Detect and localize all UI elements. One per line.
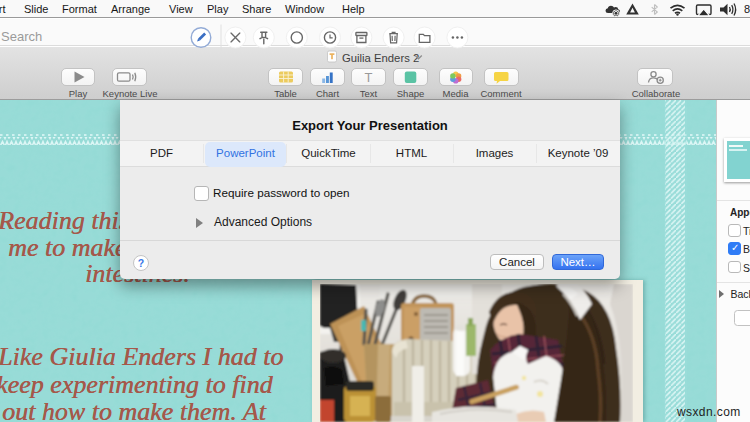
svg-text:T: T (365, 70, 373, 85)
